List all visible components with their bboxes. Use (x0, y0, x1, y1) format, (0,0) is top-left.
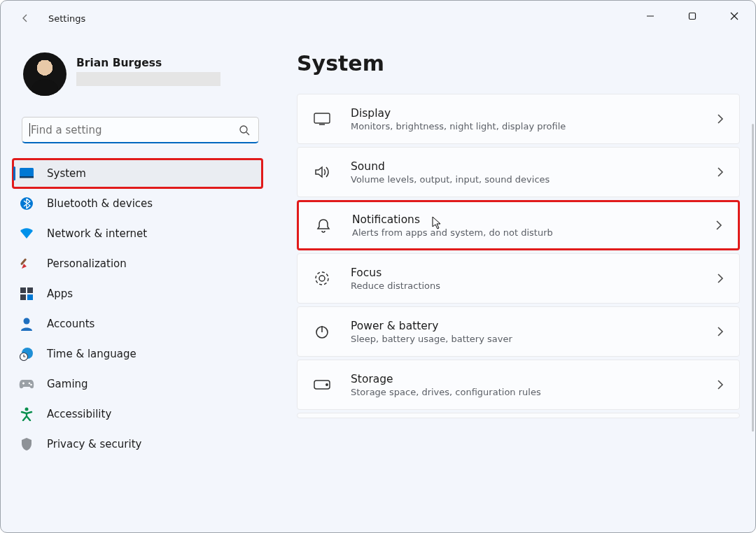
sidebar-item-accessibility[interactable]: Accessibility (13, 400, 262, 428)
card-display[interactable]: Display Monitors, brightness, night ligh… (297, 94, 740, 144)
maximize-button[interactable] (671, 1, 713, 31)
storage-icon (313, 380, 331, 390)
text-caret (29, 123, 30, 136)
system-icon (19, 166, 34, 181)
sidebar-item-label: System (47, 167, 86, 180)
chevron-right-icon (717, 379, 724, 390)
chevron-right-icon (717, 166, 724, 178)
profile-block[interactable]: Brian Burgess (1, 45, 270, 110)
avatar (23, 52, 66, 96)
accessibility-icon (19, 406, 34, 422)
card-subtitle: Reduce distractions (351, 280, 697, 291)
card-subtitle: Monitors, brightness, night light, displ… (351, 121, 697, 132)
svg-rect-1 (690, 13, 696, 20)
bluetooth-icon (19, 196, 34, 211)
card-notifications[interactable]: Notifications Alerts from apps and syste… (297, 200, 740, 250)
arrow-left-icon (20, 13, 31, 24)
card-title: Display (351, 107, 697, 120)
svg-point-27 (326, 384, 328, 385)
search-input[interactable] (31, 124, 230, 136)
svg-line-5 (246, 132, 249, 135)
sidebar-item-personalization[interactable]: Personalization (13, 250, 262, 278)
sound-icon (313, 165, 331, 179)
minimize-button[interactable] (629, 1, 671, 31)
close-icon (730, 12, 738, 20)
svg-rect-13 (27, 294, 33, 300)
sidebar: Brian Burgess System (1, 36, 270, 532)
sidebar-item-label: Accounts (47, 318, 94, 330)
chevron-right-icon (715, 220, 722, 231)
svg-rect-7 (20, 176, 34, 178)
sidebar-item-label: Privacy & security (47, 438, 141, 450)
card-subtitle: Alerts from apps and system, do not dist… (352, 227, 696, 238)
card-storage[interactable]: Storage Storage space, drives, configura… (297, 360, 740, 410)
sidebar-item-privacy[interactable]: Privacy & security (13, 430, 262, 458)
svg-point-23 (319, 276, 325, 281)
main-content: System Display Monitors, brightness, nig… (270, 36, 755, 532)
display-icon (313, 113, 331, 125)
gamepad-icon (19, 376, 34, 392)
svg-rect-20 (314, 113, 330, 123)
paintbrush-icon (19, 256, 34, 271)
globe-clock-icon (19, 346, 34, 362)
focus-icon (313, 271, 331, 286)
sidebar-item-network[interactable]: Network & internet (13, 220, 262, 248)
sidebar-item-time-language[interactable]: Time & language (13, 340, 262, 368)
sidebar-item-label: Apps (47, 287, 73, 300)
svg-point-17 (29, 383, 31, 385)
power-icon (313, 324, 331, 339)
sidebar-item-label: Accessibility (47, 408, 111, 420)
search-box[interactable] (22, 117, 259, 143)
card-title: Storage (351, 373, 697, 385)
sidebar-item-label: Network & internet (47, 227, 147, 240)
card-subtitle: Sleep, battery usage, battery saver (351, 334, 697, 344)
card-focus[interactable]: Focus Reduce distractions (297, 253, 740, 304)
wifi-icon (19, 226, 34, 241)
svg-rect-12 (20, 294, 26, 300)
svg-point-18 (30, 384, 32, 386)
chevron-right-icon (717, 113, 724, 125)
close-button[interactable] (713, 1, 755, 31)
card-next-partial[interactable] (297, 413, 740, 418)
apps-icon (19, 286, 34, 301)
back-button[interactable] (15, 8, 36, 29)
sidebar-item-gaming[interactable]: Gaming (13, 370, 262, 398)
body: Brian Burgess System (1, 36, 755, 532)
sidebar-nav: System Bluetooth & devices Network & int… (1, 153, 270, 458)
person-icon (19, 316, 34, 332)
page-title: System (297, 51, 740, 76)
bell-icon (314, 218, 332, 233)
card-sound[interactable]: Sound Volume levels, output, input, soun… (297, 147, 740, 197)
sidebar-item-system[interactable]: System (13, 159, 262, 187)
chevron-right-icon (717, 273, 724, 284)
profile-name: Brian Burgess (76, 57, 220, 69)
svg-rect-10 (20, 287, 26, 293)
sidebar-item-label: Time & language (47, 348, 136, 360)
sidebar-item-accounts[interactable]: Accounts (13, 310, 262, 338)
profile-texts: Brian Burgess (76, 52, 220, 86)
card-title: Focus (351, 266, 697, 279)
svg-point-19 (25, 408, 29, 411)
svg-point-14 (24, 318, 30, 325)
search-icon (239, 125, 250, 136)
svg-rect-9 (20, 258, 27, 265)
minimize-icon (646, 12, 654, 20)
card-subtitle: Volume levels, output, input, sound devi… (351, 174, 697, 185)
settings-window: Settings Brian Burgess (0, 0, 756, 533)
sidebar-item-apps[interactable]: Apps (13, 280, 262, 308)
sidebar-item-label: Bluetooth & devices (47, 197, 153, 210)
card-title: Notifications (352, 213, 696, 226)
scrollbar[interactable] (752, 124, 754, 432)
maximize-icon (688, 12, 696, 20)
card-power[interactable]: Power & battery Sleep, battery usage, ba… (297, 306, 740, 357)
sidebar-item-bluetooth[interactable]: Bluetooth & devices (13, 190, 262, 218)
shield-icon (19, 436, 34, 452)
window-controls (629, 1, 755, 31)
app-title: Settings (48, 13, 85, 24)
svg-rect-11 (27, 287, 33, 293)
profile-email-redacted (76, 72, 220, 86)
sidebar-item-label: Gaming (47, 378, 88, 390)
card-title: Sound (351, 160, 697, 173)
card-title: Power & battery (351, 320, 697, 332)
card-subtitle: Storage space, drives, configuration rul… (351, 387, 697, 397)
